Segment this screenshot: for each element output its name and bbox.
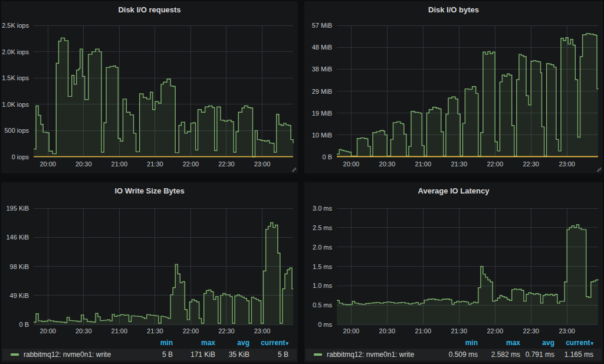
- legend-row: rabbitmq12: nvme0n1: write 0.509 ms 2.58…: [306, 349, 602, 360]
- y-axis-tick-label: 0 iops: [0, 153, 29, 160]
- x-axis-tick-label: 21:30: [147, 327, 163, 335]
- x-axis-tick-label: 22:30: [218, 327, 235, 335]
- y-axis-tick-label: 2.0K iops: [0, 48, 29, 55]
- y-axis-tick-label: 2.5K iops: [0, 22, 29, 29]
- y-axis-tick-label: 0.5 ms: [297, 301, 332, 309]
- y-axis-tick-label: 1.5 ms: [297, 263, 332, 270]
- x-axis-tick-label: 22:00: [487, 160, 503, 168]
- x-axis-tick-label: 21:30: [451, 327, 468, 335]
- series-fill: [34, 223, 293, 325]
- series-swatch[interactable]: [314, 353, 322, 356]
- x-axis: 20:0020:3021:0021:3022:0022:3023:00: [337, 327, 598, 336]
- x-axis-tick-label: 23:00: [254, 327, 271, 335]
- panel-resize-handle[interactable]: [596, 167, 601, 172]
- legend-header-current[interactable]: current▾: [250, 339, 288, 347]
- legend-header-min[interactable]: min: [136, 339, 173, 347]
- y-axis-tick-label: 48 MiB: [297, 44, 332, 51]
- x-axis-tick-label: 20:30: [379, 327, 396, 335]
- x-axis-tick-label: 22:30: [523, 327, 539, 335]
- x-axis: 20:0020:3021:0021:3022:0022:3023:00: [337, 160, 598, 169]
- y-axis-tick-label: 500 iops: [0, 127, 29, 134]
- legend-header-max[interactable]: max: [173, 339, 215, 347]
- y-axis-tick-label: 146 KiB: [0, 234, 29, 241]
- legend-header-current[interactable]: current▾: [554, 339, 593, 347]
- x-axis: 20:0020:3021:0021:3022:0022:3023:00: [34, 160, 293, 169]
- y-axis-tick-label: 2.5 ms: [297, 224, 332, 231]
- legend-value-current: 5 B: [250, 350, 288, 359]
- chart-canvas[interactable]: [34, 25, 293, 157]
- x-axis-tick-label: 20:00: [40, 327, 56, 335]
- x-axis-tick-label: 22:00: [183, 327, 199, 335]
- y-axis: 0 ms0.5 ms1.0 ms1.5 ms2.0 ms2.5 ms3.0 ms: [304, 208, 334, 324]
- legend-header-max[interactable]: max: [478, 339, 520, 347]
- y-axis-tick-label: 1.0K iops: [0, 101, 29, 108]
- panel-io-write-size-bytes: IO Write Size Bytes 0 B49 KiB98 KiB146 K…: [1, 182, 298, 363]
- y-axis-tick-label: 3.0 ms: [297, 205, 332, 212]
- disk-io-bytes-chart[interactable]: [337, 25, 598, 157]
- x-axis-tick-label: 23:00: [559, 327, 575, 335]
- y-axis-tick-label: 98 KiB: [0, 263, 29, 270]
- legend-row: rabbitmq12: nvme0n1: write 5 B 171 KiB 3…: [2, 349, 297, 360]
- y-axis-tick-label: 0 B: [297, 153, 332, 160]
- series-fill: [34, 38, 293, 157]
- legend-header-row: min max avg current▾: [2, 337, 297, 347]
- y-axis-tick-label: 1.5K iops: [0, 74, 29, 81]
- series-name[interactable]: rabbitmq12: nvme0n1: write: [24, 350, 136, 359]
- legend-value-max: 171 KiB: [173, 350, 215, 359]
- sort-caret-icon: ▾: [285, 340, 288, 346]
- x-axis: 20:0020:3021:0021:3022:0022:3023:00: [34, 327, 293, 336]
- series-swatch[interactable]: [11, 353, 19, 356]
- x-axis-tick-label: 20:00: [40, 160, 56, 168]
- y-axis-tick-label: 19 MiB: [297, 110, 332, 117]
- x-axis-tick-label: 21:30: [451, 160, 468, 168]
- x-axis-tick-label: 20:30: [379, 160, 396, 168]
- panel-title[interactable]: Average IO Latency: [304, 185, 603, 198]
- y-axis-tick-label: 1.0 ms: [297, 282, 332, 289]
- io-write-size-chart[interactable]: [34, 208, 293, 324]
- x-axis-tick-label: 20:30: [76, 160, 92, 168]
- legend-header-row: min max avg current▾: [306, 337, 602, 347]
- y-axis: 0 B10 MiB19 MiB29 MiB38 MiB48 MiB57 MiB: [304, 25, 334, 157]
- y-axis-tick-label: 38 MiB: [297, 65, 332, 73]
- y-axis-tick-label: 57 MiB: [297, 22, 332, 29]
- average-io-latency-chart[interactable]: [337, 208, 598, 324]
- x-axis-tick-label: 20:30: [76, 327, 92, 335]
- chart-canvas[interactable]: [34, 208, 293, 324]
- panel-resize-handle[interactable]: [291, 167, 296, 172]
- panel-title[interactable]: IO Write Size Bytes: [1, 185, 298, 198]
- x-axis-tick-label: 21:30: [147, 160, 163, 168]
- legend-table: min max avg current▾ rabbitmq12: nvme0n1…: [2, 337, 297, 360]
- chart-canvas[interactable]: [337, 25, 598, 157]
- y-axis-tick-label: 10 MiB: [297, 132, 332, 139]
- x-axis-tick-label: 22:30: [218, 160, 235, 168]
- series-name[interactable]: rabbitmq12: nvme0n1: write: [327, 350, 441, 359]
- legend-table: min max avg current▾ rabbitmq12: nvme0n1…: [306, 337, 602, 360]
- legend-header-min[interactable]: min: [441, 339, 478, 347]
- panel-title[interactable]: Disk I/O requests: [1, 4, 298, 17]
- panel-disk-io-requests: Disk I/O requests 0 iops500 iops1.0K iop…: [1, 1, 298, 173]
- panel-title[interactable]: Disk I/O bytes: [304, 4, 603, 17]
- y-axis: 0 iops500 iops1.0K iops1.5K iops2.0K iop…: [1, 25, 31, 157]
- x-axis-tick-label: 22:00: [183, 160, 199, 168]
- panel-disk-io-bytes: Disk I/O bytes 0 B10 MiB19 MiB29 MiB38 M…: [304, 1, 603, 173]
- y-axis-tick-label: 29 MiB: [297, 88, 332, 95]
- legend-value-avg: 35 KiB: [215, 350, 250, 359]
- legend-header-avg[interactable]: avg: [215, 339, 250, 347]
- legend-value-avg: 0.791 ms: [520, 350, 554, 359]
- chart-canvas[interactable]: [337, 208, 598, 324]
- x-axis-tick-label: 23:00: [254, 160, 271, 168]
- legend-value-min: 0.509 ms: [441, 350, 478, 359]
- y-axis-tick-label: 0 ms: [297, 321, 332, 328]
- legend-value-max: 2.582 ms: [478, 350, 520, 359]
- legend-value-current: 1.165 ms: [554, 350, 593, 359]
- x-axis-tick-label: 21:00: [415, 327, 432, 335]
- series-fill: [337, 34, 598, 157]
- y-axis-tick-label: 2.0 ms: [297, 244, 332, 251]
- y-axis-tick-label: 0 B: [0, 321, 29, 328]
- series-line-write-latency: [337, 225, 598, 305]
- legend-header-avg[interactable]: avg: [520, 339, 554, 347]
- disk-io-requests-chart[interactable]: [34, 25, 293, 157]
- y-axis: 0 B49 KiB98 KiB146 KiB195 KiB: [1, 208, 31, 324]
- x-axis-tick-label: 20:00: [343, 327, 360, 335]
- sort-caret-icon: ▾: [590, 340, 593, 346]
